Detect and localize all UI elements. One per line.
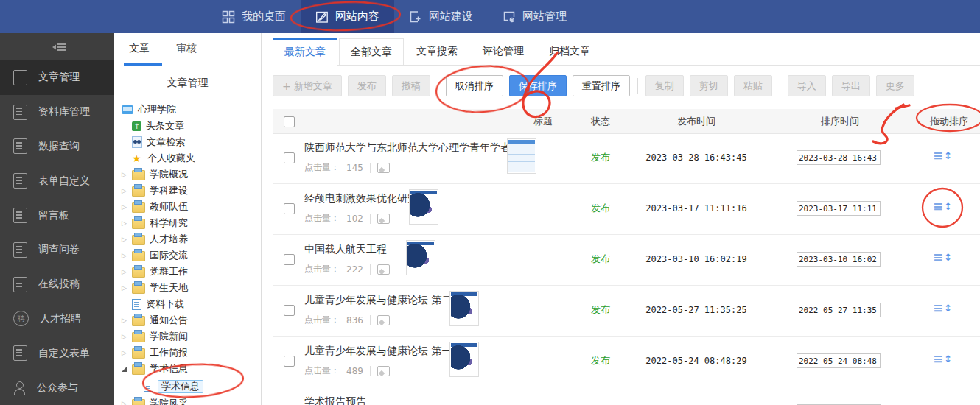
folder-icon (132, 267, 145, 278)
nav-site-build[interactable]: 网站建设 (394, 0, 488, 33)
sidebar-item-data-query[interactable]: 数据查询 (0, 130, 114, 164)
expand-arrow-icon[interactable] (122, 268, 132, 275)
save-sort-button[interactable]: 保存排序 (509, 75, 567, 96)
sort-time-input[interactable] (797, 303, 881, 317)
image-icon (377, 163, 390, 173)
tab-article[interactable]: 文章 (129, 42, 150, 55)
sidebar-collapse-button[interactable] (0, 33, 114, 60)
tree-item-academic-info[interactable]: 学术信息 (114, 361, 261, 377)
folder-icon (132, 219, 145, 229)
sidebar-item-article-manage[interactable]: 文章管理 (0, 60, 114, 95)
tree-item[interactable]: 文章检索 (114, 134, 261, 150)
import-button[interactable]: 导入 (788, 75, 826, 96)
tree-item[interactable]: 头条文章 (114, 118, 261, 134)
more-button[interactable]: 更多 (876, 75, 914, 96)
article-thumbnail[interactable] (409, 189, 438, 225)
tree-item[interactable]: 国际交流 (114, 247, 261, 264)
sidebar-item-form-custom[interactable]: 表单自定义 (0, 163, 114, 198)
sidebar-item-recruit[interactable]: 聘 人才招聘 (0, 302, 114, 337)
tab-latest-articles[interactable]: 最新文章 (273, 38, 337, 66)
row-checkbox[interactable] (284, 203, 295, 214)
sidebar-item-public[interactable]: 公众参与 (0, 370, 114, 405)
expand-arrow-icon[interactable] (122, 400, 132, 405)
export-button[interactable]: 导出 (832, 75, 870, 96)
drag-sort-handle[interactable]: ≡↕ (933, 200, 952, 213)
row-checkbox[interactable] (284, 305, 295, 316)
reset-sort-button[interactable]: 重置排序 (573, 75, 630, 96)
article-title[interactable]: 儿童青少年发展与健康论坛 第二讲 (304, 294, 462, 307)
collapse-arrow-icon[interactable] (122, 367, 132, 372)
sort-time-input[interactable] (797, 201, 881, 216)
selected-tree-node[interactable]: 学术信息 (158, 380, 203, 393)
row-checkbox[interactable] (284, 152, 295, 163)
drag-sort-handle[interactable]: ≡↕ (933, 302, 952, 314)
expand-arrow-icon[interactable] (122, 284, 132, 292)
sort-time-input[interactable] (797, 353, 881, 368)
expand-arrow-icon[interactable] (122, 252, 132, 259)
sidebar-item-library[interactable]: 资料库管理 (0, 95, 114, 130)
drag-sort-handle[interactable]: ≡↕ (933, 353, 952, 365)
tree-item-academic-info-child[interactable]: 学术信息 (114, 377, 261, 395)
nav-site-content[interactable]: 网站内容 (301, 0, 394, 33)
tab-all-articles[interactable]: 全部文章 (339, 38, 404, 65)
article-thumbnail[interactable] (406, 240, 435, 275)
nav-my-desktop[interactable]: 我的桌面 (207, 0, 301, 33)
expand-arrow-icon[interactable] (122, 236, 132, 243)
retract-button[interactable]: 撤稿 (392, 75, 430, 96)
drag-sort-handle[interactable]: ≡↕ (933, 251, 952, 264)
tree-item[interactable]: 资料下载 (114, 296, 261, 312)
tree-item-root[interactable]: 心理学院 (114, 102, 261, 118)
cancel-sort-button[interactable]: 取消排序 (446, 75, 503, 96)
cut-button[interactable]: 剪切 (690, 75, 728, 96)
tree-item[interactable]: 通知公告 (114, 312, 261, 328)
row-checkbox[interactable] (284, 356, 295, 367)
sidebar-label: 资料库管理 (38, 105, 90, 119)
copy-button[interactable]: 复制 (645, 75, 684, 96)
nav-site-manage[interactable]: 网站管理 (488, 0, 581, 33)
article-title[interactable]: 陕西师范大学与东北师范大学心理学青年学者论坛 (304, 141, 531, 155)
tree-item[interactable]: 个人收藏夹 (114, 150, 261, 166)
publish-button[interactable]: 发布 (348, 75, 386, 96)
expand-arrow-icon[interactable] (122, 333, 132, 340)
tree-item[interactable]: 党群工作 (114, 264, 261, 280)
article-title[interactable]: 学术报告预告 (304, 395, 366, 405)
tab-comment-manage[interactable]: 评论管理 (470, 38, 536, 65)
article-title[interactable]: 儿童青少年发展与健康论坛 第一讲 (304, 345, 462, 358)
tree-item[interactable]: 学院新闻 (114, 328, 261, 345)
tab-review[interactable]: 审核 (176, 42, 197, 55)
tree-item[interactable]: 科学研究 (114, 215, 261, 231)
tree-item[interactable]: 学院风采 (114, 395, 261, 405)
tree-item[interactable]: 学科建设 (114, 183, 261, 199)
tree-item[interactable]: 人才培养 (114, 231, 261, 247)
sidebar-item-custom-form[interactable]: 自定义表单 (0, 336, 114, 370)
expand-arrow-icon[interactable] (122, 349, 132, 356)
select-all-checkbox[interactable] (284, 116, 295, 127)
sort-time-input[interactable] (797, 150, 881, 165)
tree-item[interactable]: 工作简报 (114, 345, 261, 361)
folder-icon (132, 364, 145, 375)
sidebar-item-submission[interactable]: 在线投稿 (0, 267, 114, 302)
tab-archived-articles[interactable]: 归档文章 (536, 38, 603, 65)
row-checkbox[interactable] (284, 254, 295, 265)
paste-button[interactable]: 粘贴 (734, 75, 772, 96)
drag-sort-handle[interactable]: ≡↕ (933, 149, 952, 162)
add-article-button[interactable]: +新增文章 (273, 75, 342, 96)
tree-item[interactable]: 学院概况 (114, 166, 261, 183)
tree-item[interactable]: 学生天地 (114, 280, 261, 296)
expand-arrow-icon[interactable] (122, 187, 132, 194)
article-title[interactable]: 经颅电刺激效果优化研究 (304, 192, 418, 205)
status-label: 发布 (571, 354, 630, 367)
sort-time-input[interactable] (797, 252, 881, 267)
article-title[interactable]: 中国载人航天工程 (304, 243, 387, 256)
expand-arrow-icon[interactable] (122, 203, 132, 211)
expand-arrow-icon[interactable] (122, 171, 132, 178)
article-thumbnail[interactable] (449, 291, 479, 326)
article-thumbnail[interactable] (507, 138, 536, 174)
sidebar-item-message-board[interactable]: 留言板 (0, 198, 114, 233)
tree-item[interactable]: 教师队伍 (114, 199, 261, 215)
expand-arrow-icon[interactable] (122, 317, 132, 324)
expand-arrow-icon[interactable] (122, 219, 132, 227)
tab-article-search[interactable]: 文章搜索 (404, 38, 470, 65)
sidebar-item-survey[interactable]: 调查问卷 (0, 233, 114, 267)
article-thumbnail[interactable] (449, 342, 479, 377)
